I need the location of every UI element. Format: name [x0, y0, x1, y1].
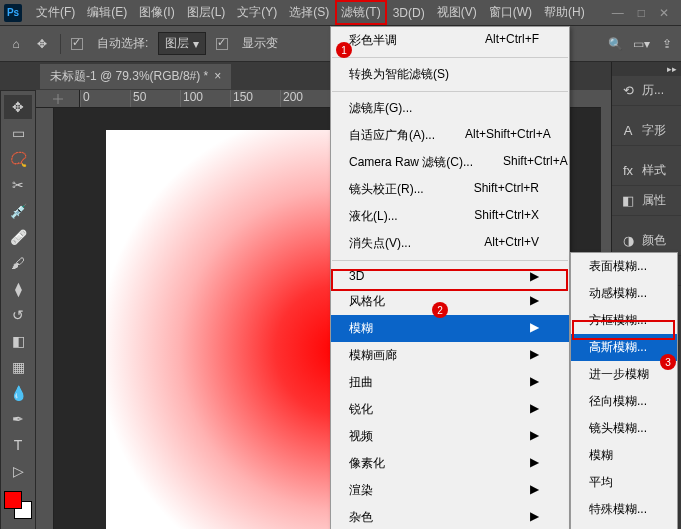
- filter-menu-item[interactable]: Camera Raw 滤镜(C)...Shift+Ctrl+A: [331, 149, 569, 176]
- annotation-badge-2: 2: [432, 302, 448, 318]
- window-controls: — □ ✕: [612, 6, 677, 20]
- menu-file[interactable]: 文件(F): [30, 0, 81, 25]
- menu-image[interactable]: 图像(I): [133, 0, 180, 25]
- history-brush-tool[interactable]: ↺: [4, 303, 32, 327]
- menu-help[interactable]: 帮助(H): [538, 0, 591, 25]
- brush-tool[interactable]: 🖌: [4, 251, 32, 275]
- menu-view[interactable]: 视图(V): [431, 0, 483, 25]
- menu-filter[interactable]: 滤镜(T): [335, 0, 386, 25]
- close-button[interactable]: ✕: [659, 6, 669, 20]
- filter-menu-item[interactable]: 自适应广角(A)...Alt+Shift+Ctrl+A: [331, 122, 569, 149]
- workspace-icon[interactable]: ▭▾: [633, 36, 649, 52]
- filter-menu-item[interactable]: 渲染▶: [331, 477, 569, 504]
- filter-menu-item[interactable]: 杂色▶: [331, 504, 569, 529]
- panel-history[interactable]: ⟲历...: [612, 76, 681, 106]
- lasso-tool[interactable]: 📿: [4, 147, 32, 171]
- menu-3d[interactable]: 3D(D): [387, 2, 431, 24]
- panel-styles[interactable]: fx样式: [612, 156, 681, 186]
- menu-window[interactable]: 窗口(W): [483, 0, 538, 25]
- share-icon[interactable]: ⇪: [659, 36, 675, 52]
- healing-tool[interactable]: 🩹: [4, 225, 32, 249]
- auto-select-dropdown[interactable]: 图层▾: [158, 32, 206, 55]
- filter-menu-item[interactable]: 液化(L)...Shift+Ctrl+X: [331, 203, 569, 230]
- filter-menu-item[interactable]: 镜头校正(R)...Shift+Ctrl+R: [331, 176, 569, 203]
- foreground-color[interactable]: [4, 491, 22, 509]
- blur-menu-item[interactable]: 模糊: [571, 442, 677, 469]
- canvas-content: [106, 130, 366, 529]
- blur-menu-item[interactable]: 方框模糊...: [571, 307, 677, 334]
- blur-menu-item[interactable]: 平均: [571, 469, 677, 496]
- stamp-tool[interactable]: ⧫: [4, 277, 32, 301]
- panel-collapse[interactable]: ▸▸: [612, 62, 681, 76]
- type-tool[interactable]: T: [4, 433, 32, 457]
- document-tab[interactable]: 未标题-1 @ 79.3%(RGB/8#) * ×: [40, 64, 231, 89]
- path-tool[interactable]: ▷: [4, 459, 32, 483]
- quick-mask-tool[interactable]: ▣: [4, 521, 32, 529]
- crop-tool[interactable]: ✂: [4, 173, 32, 197]
- filter-menu-item[interactable]: 模糊▶: [331, 315, 569, 342]
- glyph-icon: A: [620, 123, 636, 139]
- menu-edit[interactable]: 编辑(E): [81, 0, 133, 25]
- blur-menu-item[interactable]: 径向模糊...: [571, 388, 677, 415]
- filter-menu-item[interactable]: 3D▶: [331, 264, 569, 288]
- top-right-controls: 🔍 ▭▾ ⇪: [607, 36, 675, 52]
- blur-menu-item[interactable]: 动感模糊...: [571, 280, 677, 307]
- blur-menu-item[interactable]: 表面模糊...: [571, 253, 677, 280]
- marquee-tool[interactable]: ▭: [4, 121, 32, 145]
- menu-layer[interactable]: 图层(L): [181, 0, 232, 25]
- show-transform-checkbox[interactable]: [216, 38, 228, 50]
- minimize-button[interactable]: —: [612, 6, 624, 20]
- gradient-tool[interactable]: ▦: [4, 355, 32, 379]
- blur-menu-item[interactable]: 形状模糊...: [571, 523, 677, 529]
- filter-menu: 彩色半调Alt+Ctrl+F转换为智能滤镜(S)滤镜库(G)...自适应广角(A…: [330, 26, 570, 529]
- eyedropper-tool[interactable]: 💉: [4, 199, 32, 223]
- search-icon[interactable]: 🔍: [607, 36, 623, 52]
- move-tool-icon[interactable]: ✥: [34, 36, 50, 52]
- menu-select[interactable]: 选择(S): [283, 0, 335, 25]
- ruler-vertical[interactable]: [36, 108, 54, 529]
- move-tool[interactable]: ✥: [4, 95, 32, 119]
- filter-menu-item[interactable]: 转换为智能滤镜(S): [331, 61, 569, 88]
- maximize-button[interactable]: □: [638, 6, 645, 20]
- filter-menu-item[interactable]: 风格化▶: [331, 288, 569, 315]
- ruler-origin[interactable]: [36, 90, 80, 108]
- close-tab-icon[interactable]: ×: [214, 69, 221, 83]
- document-canvas[interactable]: [106, 130, 366, 529]
- separator: [60, 34, 61, 54]
- blur-submenu: 表面模糊...动感模糊...方框模糊...高斯模糊...进一步模糊径向模糊...…: [570, 252, 678, 529]
- filter-menu-item[interactable]: 彩色半调Alt+Ctrl+F: [331, 27, 569, 54]
- panel-glyphs[interactable]: A字形: [612, 116, 681, 146]
- auto-select-checkbox[interactable]: [71, 38, 83, 50]
- filter-menu-item[interactable]: 模糊画廊▶: [331, 342, 569, 369]
- menu-type[interactable]: 文字(Y): [231, 0, 283, 25]
- history-icon: ⟲: [620, 83, 636, 99]
- blur-tool[interactable]: 💧: [4, 381, 32, 405]
- pen-tool[interactable]: ✒: [4, 407, 32, 431]
- color-icon: ◑: [620, 233, 636, 249]
- color-swatch[interactable]: [4, 491, 32, 519]
- show-transform-label: 显示变: [242, 35, 278, 52]
- menubar: Ps 文件(F) 编辑(E) 图像(I) 图层(L) 文字(Y) 选择(S) 滤…: [0, 0, 681, 26]
- toolbox: ✥ ▭ 📿 ✂ 💉 🩹 🖌 ⧫ ↺ ◧ ▦ 💧 ✒ T ▷ ▣ ▢: [0, 90, 36, 529]
- filter-menu-item[interactable]: 扭曲▶: [331, 369, 569, 396]
- filter-menu-item[interactable]: 视频▶: [331, 423, 569, 450]
- annotation-badge-3: 3: [660, 354, 676, 370]
- auto-select-label: 自动选择:: [97, 35, 148, 52]
- filter-menu-item[interactable]: 像素化▶: [331, 450, 569, 477]
- home-icon[interactable]: ⌂: [8, 36, 24, 52]
- blur-menu-item[interactable]: 镜头模糊...: [571, 415, 677, 442]
- filter-menu-item[interactable]: 消失点(V)...Alt+Ctrl+V: [331, 230, 569, 257]
- panel-properties[interactable]: ◧属性: [612, 186, 681, 216]
- eraser-tool[interactable]: ◧: [4, 329, 32, 353]
- ps-logo: Ps: [4, 4, 22, 22]
- blur-menu-item[interactable]: 特殊模糊...: [571, 496, 677, 523]
- properties-icon: ◧: [620, 193, 636, 209]
- annotation-badge-1: 1: [336, 42, 352, 58]
- fx-icon: fx: [620, 163, 636, 179]
- filter-menu-item[interactable]: 滤镜库(G)...: [331, 95, 569, 122]
- filter-menu-item[interactable]: 锐化▶: [331, 396, 569, 423]
- document-tab-title: 未标题-1 @ 79.3%(RGB/8#) *: [50, 68, 208, 85]
